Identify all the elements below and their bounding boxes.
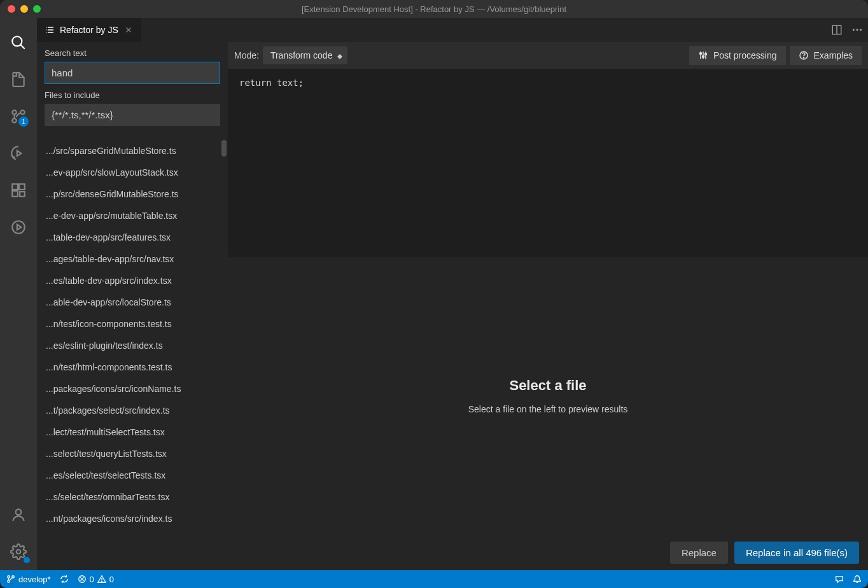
close-icon[interactable] bbox=[123, 25, 134, 35]
files-include-input[interactable] bbox=[45, 104, 220, 126]
split-editor-icon[interactable] bbox=[831, 24, 843, 36]
scm-activity-icon[interactable]: 1 bbox=[3, 101, 34, 132]
search-label: Search text bbox=[45, 48, 220, 58]
mode-bar: Mode: Transform code Post processing Exa… bbox=[228, 42, 868, 69]
status-bell-icon[interactable] bbox=[853, 575, 862, 584]
window-maximize-button[interactable] bbox=[33, 5, 41, 13]
branch-name: develop* bbox=[18, 575, 51, 584]
window-controls bbox=[0, 5, 41, 13]
file-list-item[interactable]: ...nt/packages/icons/src/index.ts bbox=[37, 508, 228, 529]
file-list-item[interactable]: .../src/sparseGridMutableStore.ts bbox=[37, 140, 228, 162]
svg-point-32 bbox=[704, 53, 706, 55]
status-bar: develop* 0 0 bbox=[0, 570, 868, 588]
svg-point-0 bbox=[12, 36, 22, 46]
sidebar-tab[interactable]: Refactor by JS bbox=[37, 18, 141, 42]
svg-point-13 bbox=[17, 550, 21, 554]
svg-point-30 bbox=[699, 53, 701, 55]
svg-point-31 bbox=[702, 56, 704, 58]
replace-all-button[interactable]: Replace in all 496 file(s) bbox=[734, 542, 859, 564]
window-title: [Extension Development Host] - Refactor … bbox=[302, 4, 566, 14]
status-problems[interactable]: 0 0 bbox=[78, 575, 114, 584]
files-include-label: Files to include bbox=[45, 90, 220, 100]
svg-point-4 bbox=[12, 110, 17, 115]
mode-label: Mode: bbox=[234, 50, 259, 60]
svg-rect-9 bbox=[20, 192, 25, 197]
files-include-group: Files to include bbox=[37, 90, 228, 132]
debug-activity-icon[interactable] bbox=[3, 138, 34, 169]
status-feedback-icon[interactable] bbox=[835, 575, 844, 584]
file-list-item[interactable]: ...t/packages/select/src/index.ts bbox=[37, 400, 228, 421]
file-list-item[interactable]: ...e-dev-app/src/mutableTable.tsx bbox=[37, 205, 228, 227]
svg-rect-7 bbox=[19, 184, 25, 190]
settings-activity-icon[interactable] bbox=[3, 536, 34, 567]
post-processing-button[interactable]: Post processing bbox=[689, 46, 786, 65]
svg-rect-8 bbox=[12, 191, 18, 197]
svg-point-25 bbox=[857, 29, 858, 31]
file-list-item[interactable]: ...table-dev-app/src/features.tsx bbox=[37, 227, 228, 248]
replace-button[interactable]: Replace bbox=[670, 542, 728, 564]
preview-title: Select a file bbox=[509, 377, 586, 394]
preview-subtitle: Select a file on the left to preview res… bbox=[468, 404, 628, 414]
file-list-item[interactable]: ...lect/test/multiSelectTests.tsx bbox=[37, 421, 228, 443]
search-activity-icon[interactable] bbox=[3, 27, 34, 58]
svg-rect-6 bbox=[12, 184, 18, 190]
svg-point-26 bbox=[860, 29, 862, 31]
errors-count: 0 bbox=[90, 575, 94, 584]
search-field-group: Search text bbox=[37, 48, 228, 90]
file-list-item[interactable]: ...packages/icons/src/iconName.ts bbox=[37, 378, 228, 400]
svg-point-12 bbox=[16, 509, 22, 515]
activity-bar: 1 bbox=[0, 18, 37, 570]
file-list-item[interactable]: ...ages/table-dev-app/src/nav.tsx bbox=[37, 248, 228, 270]
file-list-item[interactable]: ...es/table-dev-app/src/index.tsx bbox=[37, 270, 228, 291]
custom-activity-icon[interactable] bbox=[3, 212, 34, 242]
svg-marker-5 bbox=[17, 151, 22, 157]
svg-point-3 bbox=[12, 118, 17, 123]
editor-area: Mode: Transform code Post processing Exa… bbox=[228, 18, 868, 570]
extensions-activity-icon[interactable] bbox=[3, 175, 34, 206]
post-processing-label: Post processing bbox=[713, 50, 777, 60]
svg-point-35 bbox=[8, 576, 10, 578]
file-list-item[interactable]: ...n/test/icon-components.test.ts bbox=[37, 313, 228, 335]
file-list-item[interactable]: ...s/select/test/omnibarTests.tsx bbox=[37, 486, 228, 508]
svg-line-1 bbox=[20, 45, 25, 49]
code-editor[interactable]: return text; bbox=[228, 69, 868, 257]
svg-point-2 bbox=[20, 110, 25, 115]
list-icon bbox=[45, 25, 55, 35]
accounts-activity-icon[interactable] bbox=[3, 500, 34, 530]
scrollbar-thumb[interactable] bbox=[221, 140, 227, 157]
window-titlebar: [Extension Development Host] - Refactor … bbox=[0, 0, 868, 18]
preview-area: Select a file Select a file on the left … bbox=[228, 257, 868, 535]
file-list-item[interactable]: ...es/eslint-plugin/test/index.ts bbox=[37, 335, 228, 356]
svg-marker-11 bbox=[17, 225, 22, 230]
scm-badge: 1 bbox=[18, 116, 29, 127]
svg-point-42 bbox=[101, 581, 102, 582]
file-list[interactable]: .../src/sparseGridMutableStore.ts...ev-a… bbox=[37, 140, 228, 570]
search-input[interactable] bbox=[45, 62, 220, 84]
explorer-activity-icon[interactable] bbox=[3, 64, 34, 95]
action-bar: Replace Replace in all 496 file(s) bbox=[228, 535, 868, 570]
file-list-item[interactable]: ...es/select/test/selectTests.tsx bbox=[37, 465, 228, 486]
file-list-item[interactable]: ...p/src/denseGridMutableStore.ts bbox=[37, 183, 228, 205]
file-list-item[interactable]: ...ev-app/src/slowLayoutStack.tsx bbox=[37, 162, 228, 183]
more-actions-icon[interactable] bbox=[851, 24, 863, 36]
status-sync[interactable] bbox=[60, 575, 69, 584]
sidebar-tab-title: Refactor by JS bbox=[60, 25, 118, 35]
sidebar-panel: Refactor by JS Search text Files to incl… bbox=[37, 18, 228, 570]
warnings-count: 0 bbox=[109, 575, 114, 584]
status-branch[interactable]: develop* bbox=[6, 575, 51, 584]
examples-button[interactable]: Examples bbox=[790, 46, 862, 65]
code-line: return text; bbox=[239, 78, 304, 88]
window-close-button[interactable] bbox=[8, 5, 15, 13]
examples-label: Examples bbox=[814, 50, 853, 60]
svg-point-10 bbox=[12, 221, 25, 234]
mode-select[interactable]: Transform code bbox=[263, 46, 348, 64]
window-minimize-button[interactable] bbox=[20, 5, 28, 13]
svg-point-24 bbox=[853, 29, 855, 31]
sidebar-tab-row: Refactor by JS bbox=[37, 18, 228, 42]
settings-update-badge bbox=[24, 557, 30, 563]
svg-point-36 bbox=[8, 580, 10, 583]
file-list-item[interactable]: ...select/test/queryListTests.tsx bbox=[37, 443, 228, 465]
mode-select-value: Transform code bbox=[270, 50, 333, 60]
file-list-item[interactable]: ...able-dev-app/src/localStore.ts bbox=[37, 291, 228, 313]
file-list-item[interactable]: ...n/test/html-components.test.ts bbox=[37, 356, 228, 378]
